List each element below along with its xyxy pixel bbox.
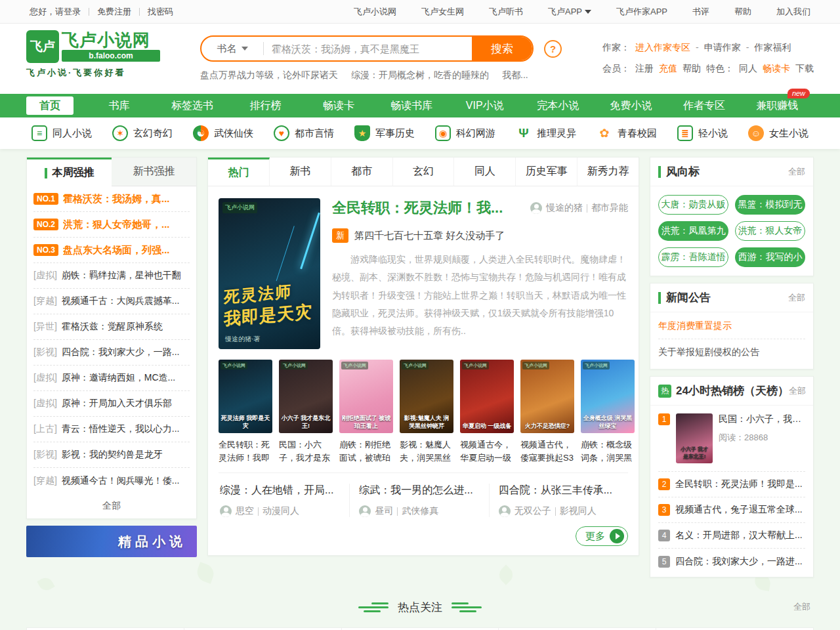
list-item[interactable]: [上古]青云：悟性逆天，我以心力... xyxy=(33,417,190,442)
recharge-link[interactable]: 充值 xyxy=(659,58,677,79)
nav-item-library[interactable]: 书库 xyxy=(83,96,156,115)
list-item[interactable]: [虚拟]原神：邀请纳西妲，MC造... xyxy=(33,366,190,391)
book-entry[interactable]: 综漫：人在地错，开局... 思空动漫同人 xyxy=(219,484,349,517)
book-entry[interactable]: 综武：我一男的怎么进... 昼司武侠修真 xyxy=(349,484,488,517)
nav-item-finished[interactable]: 完本小说 xyxy=(521,96,594,115)
category-mystery[interactable]: Ψ推理灵异 xyxy=(516,125,576,141)
author-welfare-link[interactable]: 作家福利 xyxy=(754,37,791,58)
member-help-link[interactable]: 帮助 xyxy=(682,58,701,79)
tongren-link[interactable]: 同人 xyxy=(739,58,757,79)
news-item[interactable]: 关于举报短剧侵权的公告 xyxy=(658,339,805,365)
hot-search-link[interactable]: 综漫：开局概念树，吃香的睡辣的 xyxy=(351,70,489,81)
topbar-link-app[interactable]: 飞卢APP xyxy=(548,6,591,18)
nav-item-vip[interactable]: VIP小说 xyxy=(448,96,521,115)
login-link[interactable]: 您好，请登录 xyxy=(30,6,81,18)
list-item[interactable]: [影视]影视：我的契约兽是龙牙 xyxy=(33,442,190,468)
category-military-history[interactable]: ★军事历史 xyxy=(354,125,415,141)
book-card[interactable]: 飞卢小说网全身概念级 润哭黑丝绿宝 崩铁：概念级词条，润哭黑 xyxy=(581,360,635,465)
book-entry[interactable]: 四合院：从张三丰传承... 无双公子影视同人 xyxy=(489,484,628,517)
hot-search-link[interactable]: 盘点万界战力等级，论外吓尿诸天 xyxy=(200,70,338,81)
book-card[interactable]: 飞卢小说网火力不足恐惧症? 视频通古代，倭寇要挑起S3 xyxy=(520,360,574,465)
book-card[interactable]: 飞卢小说网死灵法师 我即是天灾 全民转职：死灵法师！我即 xyxy=(219,360,272,465)
featured-book-author[interactable]: 慢途的猪 都市异能 xyxy=(530,202,628,214)
list-item[interactable]: [异世]霍格沃兹：觉醒原神系统 xyxy=(33,314,190,340)
member-register-link[interactable]: 注册 xyxy=(635,58,654,79)
hot-search-link[interactable]: 我都... xyxy=(502,70,528,81)
search-button[interactable]: 搜索 xyxy=(472,35,532,62)
tab-history-military[interactable]: 历史军事 xyxy=(516,158,578,186)
ranking-item[interactable]: 5四合院：我刘家大少，一路进... xyxy=(658,549,805,574)
tab-hot[interactable]: 热门 xyxy=(208,158,270,186)
tab-weekly-recommend[interactable]: 本周强推 xyxy=(27,158,112,186)
search-help-icon[interactable]: ? xyxy=(544,40,562,58)
list-item[interactable]: NO.2洪荒：狠人女帝她哥，... xyxy=(33,212,190,238)
windvane-all-link[interactable]: 全部 xyxy=(788,166,805,178)
nav-item-reading-library[interactable]: 畅读书库 xyxy=(375,96,448,115)
book-card[interactable]: 飞卢小说网小六子 我才是东北王! 民国：小六子，我才是东 xyxy=(279,360,333,465)
tag-pill[interactable]: 洪荒：狠人女帝 xyxy=(735,221,805,241)
category-light-novel[interactable]: ≣轻小说 xyxy=(677,125,728,141)
register-link[interactable]: 免费注册 xyxy=(97,6,131,18)
tab-fanfic[interactable]: 同人 xyxy=(454,158,516,186)
author-zone-link[interactable]: 进入作家专区 xyxy=(635,37,690,58)
premium-novel-banner[interactable]: 精品小说 xyxy=(26,526,197,557)
sidebar-all-link[interactable]: 全部 xyxy=(27,494,196,518)
list-item[interactable]: [穿越]视频通千古：大阅兵震撼革... xyxy=(33,289,190,314)
tag-pill[interactable]: 西游：我写的小 xyxy=(735,247,805,267)
nav-item-home[interactable]: 首页 xyxy=(26,96,74,115)
apply-author-link[interactable]: 申请作家 xyxy=(704,37,741,58)
tab-new-book-recommend[interactable]: 新书强推 xyxy=(112,158,196,186)
news-item[interactable]: 年度消费重置提示 xyxy=(658,314,805,339)
topbar-link-writer-app[interactable]: 飞卢作家APP xyxy=(616,6,667,18)
download-link[interactable]: 下载 xyxy=(795,58,814,79)
category-girls-novel[interactable]: ☺女生小说 xyxy=(748,125,808,141)
nav-item-free[interactable]: 免费小说 xyxy=(595,96,667,115)
ranking-item[interactable]: 2全民转职：死灵法师！我即是... xyxy=(658,472,805,497)
list-item[interactable]: NO.3盘点东大名场面，列强... xyxy=(33,238,190,263)
topbar-link-novel[interactable]: 飞卢小说网 xyxy=(354,6,396,18)
search-category-dropdown[interactable]: 书名 xyxy=(201,37,263,60)
topbar-link-join[interactable]: 加入我们 xyxy=(776,6,810,18)
site-logo[interactable]: 飞卢 飞卢小说网 b.faloo.com 飞卢小说·飞要你好看 xyxy=(26,30,167,94)
list-item[interactable]: [虚拟]原神：开局加入天才俱乐部 xyxy=(33,391,190,417)
ranking-item[interactable]: 3视频通古代，兔子退五常全球... xyxy=(658,497,805,523)
book-card[interactable]: 飞卢小说网华夏启动 一级战备 视频通古今，华夏启动一级 xyxy=(460,360,514,465)
ranking-item[interactable]: 4名义：开局进部，汉大帮献上... xyxy=(658,523,805,549)
tag-pill[interactable]: 洪荒：凤凰第九 xyxy=(658,221,728,241)
topbar-link-listen[interactable]: 飞卢听书 xyxy=(489,6,523,18)
nav-item-tags[interactable]: 标签选书 xyxy=(156,96,228,115)
tag-pill[interactable]: 霹雳：吾陈道悟 xyxy=(658,247,728,267)
list-item[interactable]: [虚拟]崩铁：羁绊拉满，星神也干翻 xyxy=(33,263,190,289)
news-all-link[interactable]: 全部 xyxy=(788,292,805,304)
nav-item-ranking[interactable]: 排行榜 xyxy=(229,96,302,115)
category-campus[interactable]: ✿青春校园 xyxy=(597,125,657,141)
category-urban-romance[interactable]: ♥都市言情 xyxy=(274,125,334,141)
topbar-link-help[interactable]: 帮助 xyxy=(734,6,751,18)
featured-book-cover[interactable]: 飞卢小说网 死灵法师 我即是天灾 慢途的猪·著 xyxy=(219,198,320,349)
nav-item-reading-card[interactable]: 畅读卡 xyxy=(302,96,375,115)
tab-fantasy[interactable]: 玄幻 xyxy=(393,158,455,186)
category-fanfic[interactable]: ≡同人小说 xyxy=(32,125,92,141)
list-item[interactable]: [穿越]视频通今古！阅兵曝光！倭... xyxy=(33,468,190,494)
ranking-item-1[interactable]: 1 小六子 我才是东北王! 民国：小六子，我才... 阅读：28868 xyxy=(658,411,805,472)
book-card[interactable]: 飞卢小说网刚拒绝面试了 被琥珀王看上 崩铁：刚拒绝面试，被琥珀 xyxy=(339,360,393,465)
category-wuxia[interactable]: ☯武侠仙侠 xyxy=(193,125,253,141)
nav-item-parttime[interactable]: 兼职赚钱new xyxy=(741,96,814,115)
nav-item-author-zone[interactable]: 作者专区 xyxy=(667,96,740,115)
ranking-all-link[interactable]: 全部 xyxy=(789,385,806,397)
list-item[interactable]: [影视]四合院：我刘家大少，一路... xyxy=(33,340,190,366)
book-card[interactable]: 飞卢小说网影视:魅魔人夫 润哭黑丝钟晓芹 影视：魅魔人夫，润哭黑丝 xyxy=(400,360,453,465)
hotspot-all-link[interactable]: 全部 xyxy=(793,601,810,613)
featured-latest-chapter[interactable]: 新 第四千七百七十五章 好久没动手了 xyxy=(332,228,628,243)
tab-rookie[interactable]: 新秀力荐 xyxy=(578,158,639,186)
list-item[interactable]: NO.1霍格沃茨：我汤姆，真... xyxy=(33,186,190,212)
reading-card-link[interactable]: 畅读卡 xyxy=(763,58,790,79)
topbar-link-girls[interactable]: 飞卢女生网 xyxy=(421,6,464,18)
tab-urban[interactable]: 都市 xyxy=(331,158,393,186)
tag-pill[interactable]: 大唐：勋贵从贩 xyxy=(658,195,728,215)
featured-book-title[interactable]: 全民转职：死灵法师！我... xyxy=(332,198,503,218)
category-fantasy[interactable]: ✶玄幻奇幻 xyxy=(112,125,173,141)
topbar-link-reviews[interactable]: 书评 xyxy=(692,6,709,18)
tab-new[interactable]: 新书 xyxy=(270,158,331,186)
category-scifi-game[interactable]: ◉科幻网游 xyxy=(435,125,495,141)
